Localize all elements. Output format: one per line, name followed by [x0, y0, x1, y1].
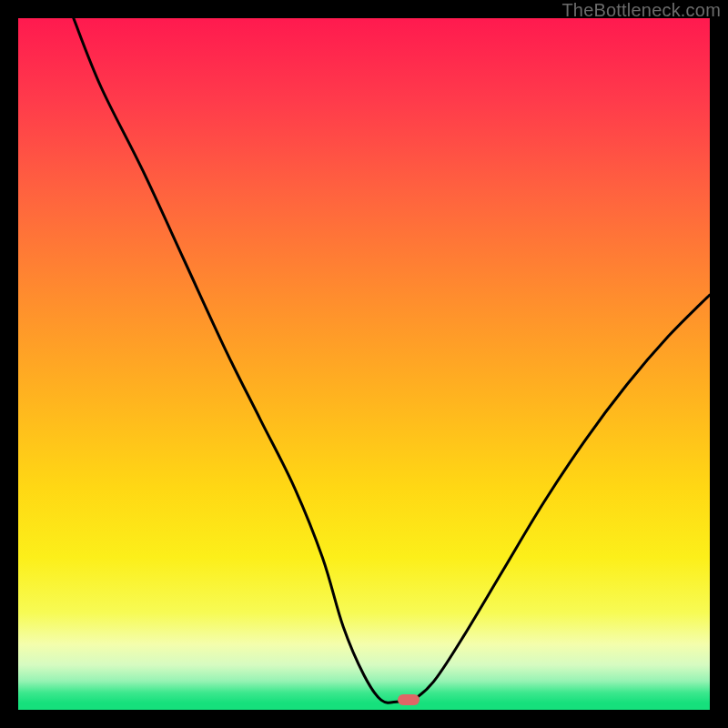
chart-frame: TheBottleneck.com: [0, 0, 728, 728]
watermark-text: TheBottleneck.com: [561, 0, 721, 21]
plot-area: [18, 18, 710, 710]
optimal-marker: [398, 694, 420, 705]
bottleneck-curve: [18, 18, 710, 710]
